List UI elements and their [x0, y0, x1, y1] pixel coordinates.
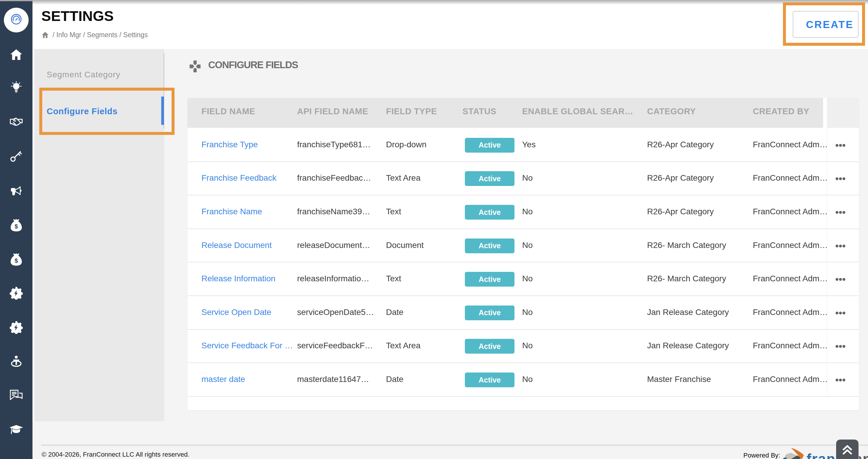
svg-text:$: $: [14, 223, 18, 230]
svg-text:$: $: [14, 257, 18, 264]
